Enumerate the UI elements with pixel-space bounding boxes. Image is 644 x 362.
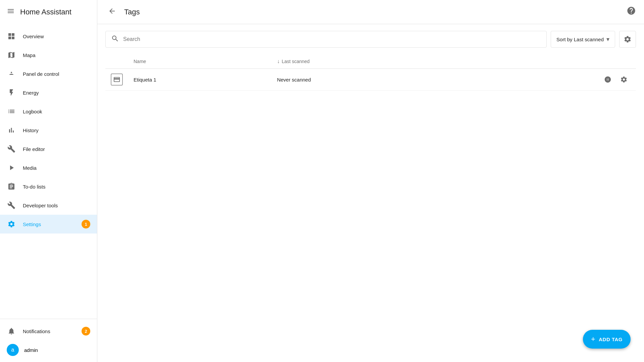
table-header-row: Name ↓ Last scanned	[105, 54, 636, 69]
sidebar-item-label: Mapa	[23, 52, 36, 58]
page-title: Tags	[124, 8, 140, 16]
sort-button[interactable]: Sort by Last scanned ▾	[551, 31, 615, 48]
bell-icon	[7, 327, 16, 335]
toolbar: Sort by Last scanned ▾	[105, 31, 636, 48]
user-label: admin	[24, 347, 38, 353]
notifications-label: Notifications	[23, 328, 50, 334]
sidebar-item-label: File editor	[23, 146, 45, 152]
sidebar-item-label: Overview	[23, 34, 44, 39]
menu-icon[interactable]	[7, 7, 15, 17]
table-row: Etiqueta 1 Never scanned	[105, 69, 636, 91]
search-box[interactable]	[105, 31, 547, 48]
tag-actions-cell	[463, 69, 636, 91]
tags-table: Name ↓ Last scanned	[105, 54, 636, 91]
main-content: Tags Sort by Last scanned ▾	[97, 0, 644, 362]
gear-icon	[7, 220, 16, 228]
sidebar-item-label: Developer tools	[23, 203, 58, 208]
sidebar-item-label: To-do lists	[23, 184, 46, 190]
main-header: Tags	[97, 0, 644, 24]
sidebar: Home Assistant Overview Mapa Panel de co…	[0, 0, 97, 362]
tag-icon	[111, 73, 123, 86]
clipboard-icon	[7, 183, 16, 191]
content-area: Sort by Last scanned ▾ Name ↓ Las	[97, 24, 644, 362]
help-icon[interactable]	[627, 6, 636, 18]
app-title: Home Assistant	[20, 8, 71, 16]
col-icon	[105, 54, 128, 69]
person-icon	[7, 70, 16, 78]
sort-label: Sort by Last scanned	[556, 37, 604, 42]
avatar: a	[7, 344, 19, 356]
tags-tbody: Etiqueta 1 Never scanned	[105, 69, 636, 91]
chevron-down-icon: ▾	[606, 36, 609, 43]
plus-icon: +	[591, 335, 595, 344]
sidebar-item-settings[interactable]: Settings 1	[0, 215, 97, 234]
table-settings-button[interactable]	[619, 31, 636, 48]
search-icon	[111, 35, 119, 44]
tag-robot-button[interactable]	[601, 73, 614, 86]
map-icon	[7, 51, 16, 59]
add-tag-label: ADD TAG	[599, 337, 623, 342]
dev-tools-icon	[7, 201, 16, 209]
col-name-header: Name	[128, 54, 271, 69]
tag-settings-button[interactable]	[617, 73, 631, 86]
col-last-scanned-header: ↓ Last scanned	[271, 54, 463, 69]
sort-arrow-icon: ↓	[277, 58, 280, 64]
sidebar-item-overview[interactable]: Overview	[0, 27, 97, 46]
col-actions	[463, 54, 636, 69]
back-button[interactable]	[105, 4, 119, 20]
sidebar-item-label: Logbook	[23, 109, 42, 114]
sidebar-bottom: Notifications 2 a admin	[0, 319, 97, 362]
user-item[interactable]: a admin	[0, 341, 97, 359]
tag-last-scanned: Never scanned	[271, 69, 463, 91]
bolt-icon	[7, 89, 16, 97]
sidebar-item-label: Energy	[23, 90, 39, 96]
settings-badge: 1	[82, 220, 90, 228]
sidebar-item-mapa[interactable]: Mapa	[0, 46, 97, 64]
sidebar-nav: Overview Mapa Panel de control Energy	[0, 24, 97, 319]
sidebar-item-panel[interactable]: Panel de control	[0, 64, 97, 83]
sidebar-item-media[interactable]: Media	[0, 158, 97, 177]
play-icon	[7, 164, 16, 172]
sidebar-header: Home Assistant	[0, 0, 97, 24]
sidebar-item-energy[interactable]: Energy	[0, 83, 97, 102]
sidebar-item-label: Media	[23, 165, 37, 171]
add-tag-button[interactable]: + ADD TAG	[583, 330, 631, 349]
notifications-badge: 2	[82, 327, 90, 335]
sidebar-item-label: Panel de control	[23, 71, 59, 77]
list-icon	[7, 107, 16, 115]
tag-name: Etiqueta 1	[128, 69, 271, 91]
wrench-icon	[7, 145, 16, 153]
sidebar-item-label: Settings	[23, 221, 41, 227]
sidebar-item-label: History	[23, 127, 39, 133]
sidebar-item-logbook[interactable]: Logbook	[0, 102, 97, 121]
sidebar-item-history[interactable]: History	[0, 121, 97, 140]
bar-chart-icon	[7, 126, 16, 134]
tag-icon-cell	[105, 69, 128, 91]
sidebar-item-file-editor[interactable]: File editor	[0, 140, 97, 158]
sidebar-item-todo[interactable]: To-do lists	[0, 177, 97, 196]
sidebar-item-notifications[interactable]: Notifications 2	[0, 322, 97, 341]
grid-icon	[7, 32, 16, 40]
search-input[interactable]	[123, 36, 541, 42]
sidebar-item-developer[interactable]: Developer tools	[0, 196, 97, 215]
